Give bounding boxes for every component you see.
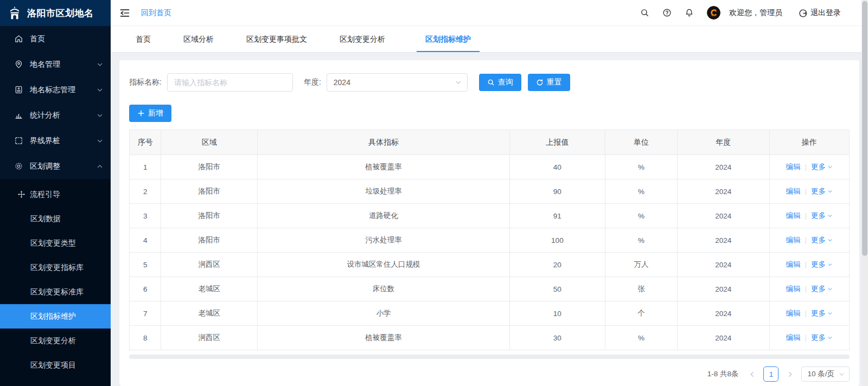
sidebar-item-流程引导[interactable]: 流程引导: [0, 182, 111, 207]
sidebar-item-区划数据[interactable]: 区划数据: [0, 207, 111, 231]
sidebar-item-区划变更分析[interactable]: 区划变更分析: [0, 329, 111, 353]
edit-link[interactable]: 编辑: [786, 285, 801, 293]
page-number-button[interactable]: 1: [763, 366, 778, 382]
tab-区划指标维护[interactable]: 区划指标维护: [417, 35, 480, 52]
reset-button[interactable]: 重置: [528, 74, 570, 91]
cell-unit: %: [605, 326, 678, 350]
sidebar-item-label: 界线界桩: [30, 136, 97, 146]
vertical-scrollbar-thumb[interactable]: [862, 1, 867, 256]
sidebar-item-区划变更标准库[interactable]: 区划变更标准库: [0, 280, 111, 304]
sidebar-item-label: 流程引导: [30, 190, 60, 200]
edit-link[interactable]: 编辑: [786, 309, 801, 317]
cell-region: 洛阳市: [161, 228, 258, 253]
sidebar-item-地名标志管理[interactable]: 地名标志管理: [0, 77, 111, 102]
tab-区划变更事项批文[interactable]: 区划变更事项批文: [245, 35, 308, 52]
cell-index: 7: [130, 301, 161, 326]
cell-actions: 编辑|更多: [769, 301, 849, 326]
cell-index: 2: [130, 179, 161, 204]
next-page-icon[interactable]: [784, 367, 796, 381]
cell-region: 洛阳市: [161, 204, 258, 228]
add-button[interactable]: 新增: [129, 105, 171, 122]
sidebar-item-统计分析[interactable]: 统计分析: [0, 102, 111, 128]
edit-link[interactable]: 编辑: [786, 211, 801, 220]
sidebar-item-界线界桩[interactable]: 界线界桩: [0, 128, 111, 153]
sidebar-submenu: 流程引导区划数据区划变更类型区划变更指标库区划变更标准库区划指标维护区划变更分析…: [0, 179, 111, 386]
prev-page-icon[interactable]: [746, 367, 758, 381]
sidebar-item-区划指标维护[interactable]: 区划指标维护: [0, 304, 111, 329]
cell-region: 老城区: [161, 277, 258, 301]
back-home-link[interactable]: 回到首页: [141, 8, 171, 18]
add-button-label: 新增: [148, 108, 163, 118]
sidebar-item-label: 区划变更标准库: [30, 287, 84, 297]
sidebar-item-区划变更项目[interactable]: 区划变更项目: [0, 353, 111, 377]
cell-index: 4: [130, 228, 161, 253]
more-link[interactable]: 更多: [811, 187, 833, 195]
sidebar-item-label: 区划调整: [30, 162, 97, 171]
more-link[interactable]: 更多: [811, 285, 833, 293]
filter-row: 指标名称: 年度: 2024 查询 重置: [129, 73, 850, 92]
collapse-sidebar-icon[interactable]: [119, 8, 130, 18]
more-link[interactable]: 更多: [811, 211, 833, 220]
tab-首页[interactable]: 首页: [135, 35, 152, 52]
edit-link[interactable]: 编辑: [786, 333, 801, 342]
column-header-单位: 单位: [605, 130, 678, 155]
cell-index: 1: [130, 155, 161, 179]
cell-indicator: 垃圾处理率: [258, 179, 509, 204]
chevron-down-icon: [827, 164, 833, 170]
more-link[interactable]: 更多: [811, 333, 833, 342]
welcome-text: 欢迎您，管理员: [729, 8, 782, 18]
tab-区域分析[interactable]: 区域分析: [182, 35, 215, 52]
avatar[interactable]: [707, 6, 720, 20]
vertical-scrollbar[interactable]: [861, 0, 868, 386]
table-row: 2洛阳市垃圾处理率90%2024编辑|更多: [130, 179, 850, 204]
logout-icon: [799, 9, 807, 17]
table-row: 4洛阳市污水处理率100%2024编辑|更多: [130, 228, 850, 253]
help-icon[interactable]: [662, 8, 672, 17]
cell-index: 5: [130, 253, 161, 277]
chevron-down-icon: [97, 138, 103, 144]
cell-value: 10: [509, 301, 605, 326]
logout-button[interactable]: 退出登录: [799, 8, 841, 18]
action-separator: |: [805, 163, 807, 171]
year-select[interactable]: 2024: [327, 73, 468, 92]
cell-year: 2024: [677, 204, 769, 228]
cell-indicator: 植被覆盖率: [258, 155, 509, 179]
table-horizontal-scrollbar[interactable]: [129, 355, 850, 359]
notifications-bell-icon[interactable]: [685, 8, 694, 17]
table-row: 3洛阳市道路硬化91%2024编辑|更多: [130, 204, 850, 228]
cell-indicator: 道路硬化: [258, 204, 509, 228]
sidebar-item-区划变更类型[interactable]: 区划变更类型: [0, 231, 111, 255]
year-select-value: 2024: [334, 78, 350, 87]
more-link[interactable]: 更多: [811, 163, 833, 171]
chevron-down-icon: [827, 237, 833, 243]
search-icon[interactable]: [640, 8, 649, 17]
more-link[interactable]: 更多: [811, 236, 833, 244]
page-size-select[interactable]: 10 条/页: [801, 366, 850, 382]
action-separator: |: [805, 285, 807, 293]
chevron-down-icon: [839, 371, 845, 377]
cell-value: 50: [509, 277, 605, 301]
plus-icon: [137, 110, 145, 117]
cell-index: 3: [130, 204, 161, 228]
more-link[interactable]: 更多: [811, 260, 833, 268]
boundary-icon: [14, 136, 23, 145]
sidebar-menu: 首页地名管理地名标志管理统计分析界线界桩区划调整流程引导区划数据区划变更类型区划…: [0, 26, 111, 386]
action-separator: |: [805, 211, 807, 220]
edit-link[interactable]: 编辑: [786, 163, 801, 171]
sidebar-item-label: 区划数据: [30, 214, 61, 224]
tab-区划变更分析[interactable]: 区划变更分析: [339, 35, 386, 52]
topbar-right: 欢迎您，管理员 退出登录: [640, 6, 841, 20]
edit-link[interactable]: 编辑: [786, 260, 801, 268]
sidebar-item-地名管理[interactable]: 地名管理: [0, 52, 111, 77]
cell-region: 老城区: [161, 301, 258, 326]
toolbar: 新增: [129, 105, 850, 122]
edit-link[interactable]: 编辑: [786, 236, 801, 244]
edit-link[interactable]: 编辑: [786, 187, 801, 195]
more-link[interactable]: 更多: [811, 309, 833, 317]
indicator-name-input[interactable]: [167, 73, 293, 92]
sidebar-item-区划调整[interactable]: 区划调整: [0, 153, 111, 179]
cell-indicator: 小学: [258, 301, 509, 326]
search-button[interactable]: 查询: [479, 74, 521, 91]
sidebar-item-首页[interactable]: 首页: [0, 26, 111, 52]
sidebar-item-区划变更指标库[interactable]: 区划变更指标库: [0, 255, 111, 280]
